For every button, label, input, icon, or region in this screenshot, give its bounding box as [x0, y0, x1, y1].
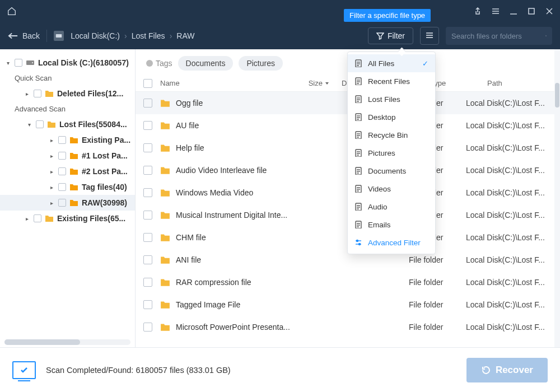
- filter-option[interactable]: Audio: [348, 198, 435, 216]
- pill-documents[interactable]: Documents: [178, 56, 234, 71]
- sidebar-hscroll[interactable]: [4, 339, 130, 345]
- cell-type: File folder: [409, 278, 466, 287]
- chevron-down-icon[interactable]: ▾: [7, 60, 12, 66]
- cell-name: RAR compression file: [176, 278, 342, 287]
- folder-icon: [160, 188, 170, 198]
- search-input-container[interactable]: [446, 27, 552, 45]
- chevron-down-icon[interactable]: ▾: [28, 122, 34, 128]
- col-name[interactable]: Name: [160, 79, 279, 87]
- checkbox[interactable]: [34, 214, 41, 222]
- crumb-0[interactable]: Local Disk(C:): [71, 31, 120, 40]
- checkbox[interactable]: [58, 152, 66, 160]
- advanced-filter-option[interactable]: Advanced Filter: [348, 234, 435, 251]
- filter-button[interactable]: Filter: [368, 27, 413, 44]
- tree-existing-files[interactable]: ▸ Existing Files(65...: [0, 211, 135, 226]
- maximize-icon[interactable]: [528, 7, 535, 15]
- search-input[interactable]: [451, 32, 545, 40]
- tree-item[interactable]: ▸ #1 Lost Pa...: [0, 148, 135, 164]
- close-icon[interactable]: [545, 7, 553, 15]
- tree-label: Existing Files(65...: [57, 214, 125, 223]
- row-checkbox[interactable]: [143, 99, 152, 108]
- tree-item[interactable]: ▸ Existing Pa...: [0, 132, 135, 148]
- chevron-right-icon[interactable]: ▸: [50, 184, 56, 190]
- checkbox[interactable]: [34, 90, 41, 97]
- row-checkbox[interactable]: [143, 188, 152, 197]
- folder-icon: [69, 183, 78, 192]
- filter-option[interactable]: Desktop: [348, 108, 435, 126]
- option-label: Videos: [368, 185, 391, 193]
- drive-icon: [26, 58, 35, 67]
- home-icon[interactable]: [7, 6, 17, 16]
- cell-path: Local Disk(C:)\Lost F...: [466, 166, 560, 175]
- folder-icon: [160, 143, 170, 153]
- option-icon: [354, 113, 362, 121]
- back-button[interactable]: Back: [8, 31, 40, 40]
- cell-type: File folder: [409, 300, 466, 309]
- pill-pictures[interactable]: Pictures: [239, 56, 283, 71]
- folder-icon: [160, 322, 170, 332]
- cell-path: Local Disk(C:)\Lost F...: [466, 323, 560, 332]
- checkbox[interactable]: [15, 59, 22, 67]
- table-row[interactable]: RAR compression file File folder Local D…: [136, 271, 560, 293]
- crumb-2[interactable]: RAW: [176, 31, 194, 40]
- table-row[interactable]: Microsoft PowerPoint Presenta... File fo…: [136, 316, 560, 338]
- row-checkbox[interactable]: [143, 121, 152, 130]
- recover-button[interactable]: Recover: [466, 358, 548, 382]
- cell-name: Audio Video Interleave file: [176, 166, 342, 175]
- row-checkbox[interactable]: [143, 255, 152, 264]
- checkbox[interactable]: [36, 120, 44, 128]
- tree-lost-files[interactable]: ▾ Lost Files(55084...: [0, 116, 135, 132]
- row-checkbox[interactable]: [143, 323, 152, 332]
- section-advanced-scan: Advanced Scan: [0, 101, 135, 116]
- filter-option[interactable]: Emails: [348, 216, 435, 234]
- option-icon: [354, 59, 362, 67]
- row-checkbox[interactable]: [143, 278, 152, 287]
- chevron-right-icon[interactable]: ▸: [50, 153, 56, 159]
- tree-item[interactable]: ▸ RAW(30998): [0, 195, 135, 211]
- filter-option[interactable]: All Files ✓: [348, 54, 435, 72]
- tree-label: Lost Files(55084...: [59, 120, 127, 129]
- col-size[interactable]: Size: [279, 79, 329, 87]
- list-view-icon: [426, 32, 433, 39]
- filter-option[interactable]: Recycle Bin: [348, 126, 435, 144]
- table-row[interactable]: Tagged Image File File folder Local Disk…: [136, 293, 560, 316]
- checkbox[interactable]: [58, 199, 66, 207]
- row-checkbox[interactable]: [143, 143, 152, 152]
- cell-name: CHM file: [176, 233, 342, 242]
- chevron-right-icon[interactable]: ▸: [50, 137, 56, 143]
- menu-icon[interactable]: [492, 7, 500, 15]
- filter-option[interactable]: Lost Files: [348, 90, 435, 108]
- chevron-right-icon[interactable]: ▸: [26, 216, 31, 222]
- checkbox[interactable]: [58, 167, 66, 175]
- drive-icon[interactable]: [54, 31, 64, 41]
- tree-item[interactable]: ▸ #2 Lost Pa...: [0, 164, 135, 179]
- row-checkbox[interactable]: [143, 300, 152, 309]
- checkbox[interactable]: [58, 136, 66, 144]
- cell-path: Local Disk(C:)\Lost F...: [466, 233, 560, 242]
- cell-path: Local Disk(C:)\Lost F...: [466, 121, 560, 130]
- row-checkbox[interactable]: [143, 166, 152, 175]
- filter-option[interactable]: Documents: [348, 162, 435, 180]
- chevron-right-icon[interactable]: ▸: [50, 200, 56, 206]
- chevron-right-icon[interactable]: ▸: [50, 169, 56, 175]
- tree-root[interactable]: ▾ Local Disk (C:)(6180057): [0, 55, 135, 71]
- filter-option[interactable]: Videos: [348, 180, 435, 198]
- col-path[interactable]: Path: [476, 79, 560, 87]
- filter-option[interactable]: Recent Files: [348, 72, 435, 90]
- minimize-icon[interactable]: [510, 7, 517, 15]
- chevron-right-icon[interactable]: ▸: [26, 91, 31, 97]
- row-checkbox[interactable]: [143, 233, 152, 242]
- share-icon[interactable]: [474, 7, 482, 15]
- tree-deleted-files[interactable]: ▸ Deleted Files(12...: [0, 86, 135, 101]
- row-checkbox[interactable]: [143, 211, 152, 220]
- crumb-1[interactable]: Lost Files: [132, 31, 165, 40]
- view-toggle-button[interactable]: [420, 27, 439, 45]
- recover-icon: [481, 365, 491, 375]
- filter-option[interactable]: Pictures: [348, 144, 435, 162]
- recover-label: Recover: [496, 365, 533, 376]
- tags-label: Tags: [146, 59, 172, 68]
- vertical-scrollbar[interactable]: [554, 49, 560, 347]
- tree-item[interactable]: ▸ Tag files(40): [0, 179, 135, 195]
- select-all-checkbox[interactable]: [143, 79, 152, 88]
- checkbox[interactable]: [58, 183, 66, 191]
